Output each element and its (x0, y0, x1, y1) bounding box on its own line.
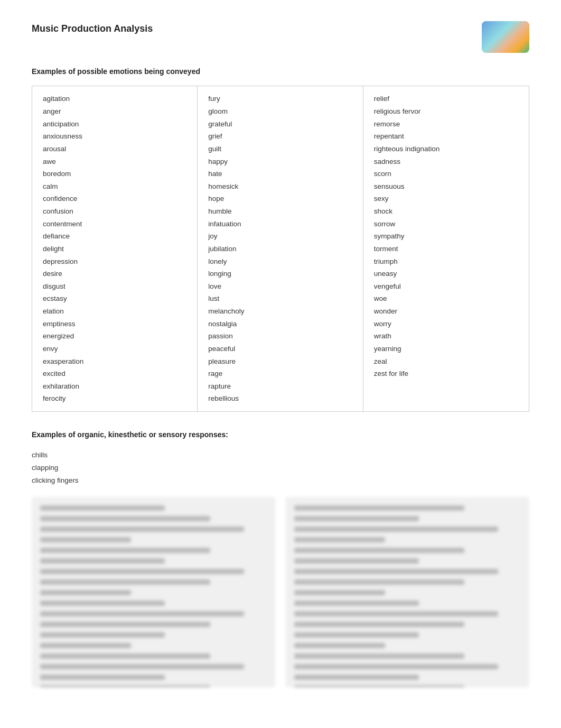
emotion-item: grief (208, 130, 352, 143)
emotion-item: hope (208, 192, 352, 205)
blurred-box-left (32, 497, 275, 687)
emotion-item: love (208, 280, 352, 293)
emotion-item: sympathy (374, 230, 518, 243)
emotion-item: triumph (374, 255, 518, 268)
emotion-item: anger (43, 105, 186, 118)
emotion-item: scorn (374, 168, 518, 180)
emotion-item: delight (43, 243, 186, 255)
emotion-item: exhilaration (43, 380, 186, 393)
emotion-item: longing (208, 268, 352, 280)
emotion-item: shock (374, 205, 518, 218)
emotion-item: sadness (374, 155, 518, 168)
emotion-item: torment (374, 243, 518, 255)
emotion-item: remorse (374, 118, 518, 131)
emotion-item: calm (43, 180, 186, 193)
emotion-item: nostalgia (208, 318, 352, 330)
emotion-item: lust (208, 292, 352, 305)
sensory-items-list: chillsclappingclicking fingers (32, 449, 529, 486)
emotion-item: ecstasy (43, 292, 186, 305)
emotion-item: confusion (43, 205, 186, 218)
emotion-item: righteous indignation (374, 143, 518, 155)
emotion-item: sorrow (374, 218, 518, 231)
emotion-item: worry (374, 318, 518, 330)
emotion-item: desire (43, 268, 186, 280)
emotion-item: gloom (208, 105, 352, 118)
emotion-item: religious fervor (374, 105, 518, 118)
blurred-box-right (286, 497, 529, 687)
logo (482, 21, 529, 53)
emotion-item: sexy (374, 192, 518, 205)
emotion-item: zest for life (374, 367, 518, 380)
emotion-item: jubilation (208, 243, 352, 255)
emotion-item: awe (43, 155, 186, 168)
emotion-item: happy (208, 155, 352, 168)
emotion-item: lonely (208, 255, 352, 268)
section2-title: Examples of organic, kinesthetic or sens… (32, 429, 529, 440)
emotion-item: elation (43, 305, 186, 318)
emotion-item: envy (43, 343, 186, 355)
emotion-item: yearning (374, 343, 518, 355)
emotion-item: agitation (43, 93, 186, 105)
emotion-item: hate (208, 168, 352, 180)
emotion-item: arousal (43, 143, 186, 155)
page-title: Music Production Analysis (32, 21, 153, 36)
emotion-item: vengeful (374, 280, 518, 293)
page-header: Music Production Analysis (32, 21, 529, 53)
blurred-content-area (32, 497, 529, 687)
emotion-item: pleasure (208, 355, 352, 368)
emotion-item: energized (43, 330, 186, 343)
sensory-section: Examples of organic, kinesthetic or sens… (32, 429, 529, 687)
emotion-item: contentment (43, 218, 186, 231)
emotion-item: wonder (374, 305, 518, 318)
sensory-item: chills (32, 449, 529, 462)
section1-title: Examples of possible emotions being conv… (32, 66, 529, 77)
emotion-item: zeal (374, 355, 518, 368)
emotion-item: anticipation (43, 118, 186, 131)
emotion-item: guilt (208, 143, 352, 155)
emotions-column-1: agitationangeranticipationanxiousnessaro… (32, 86, 198, 411)
emotion-item: rapture (208, 380, 352, 393)
emotion-item: anxiousness (43, 130, 186, 143)
emotion-item: exasperation (43, 355, 186, 368)
emotion-item: sensuous (374, 180, 518, 193)
emotions-grid: agitationangeranticipationanxiousnessaro… (32, 86, 529, 412)
emotions-column-2: furygloomgratefulgriefguilthappyhatehome… (198, 86, 363, 411)
emotion-item: wrath (374, 330, 518, 343)
emotions-column-3: reliefreligious fervorremorserepentantri… (363, 86, 529, 411)
emotion-item: peaceful (208, 343, 352, 355)
emotion-item: defiance (43, 230, 186, 243)
emotion-item: boredom (43, 168, 186, 180)
emotion-item: emptiness (43, 318, 186, 330)
emotion-item: woe (374, 292, 518, 305)
emotion-item: rage (208, 367, 352, 380)
emotion-item: humble (208, 205, 352, 218)
emotion-item: excited (43, 367, 186, 380)
emotion-item: relief (374, 93, 518, 105)
emotion-item: joy (208, 230, 352, 243)
emotion-item: confidence (43, 192, 186, 205)
emotion-item: uneasy (374, 268, 518, 280)
emotion-item: melancholy (208, 305, 352, 318)
emotion-item: passion (208, 330, 352, 343)
emotion-item: disgust (43, 280, 186, 293)
emotion-item: grateful (208, 118, 352, 131)
emotion-item: infatuation (208, 218, 352, 231)
emotion-item: homesick (208, 180, 352, 193)
emotion-item: ferocity (43, 392, 186, 405)
emotion-item: repentant (374, 130, 518, 143)
emotion-item: rebellious (208, 392, 352, 405)
sensory-item: clicking fingers (32, 474, 529, 487)
sensory-item: clapping (32, 462, 529, 474)
emotion-item: depression (43, 255, 186, 268)
emotion-item: fury (208, 93, 352, 105)
